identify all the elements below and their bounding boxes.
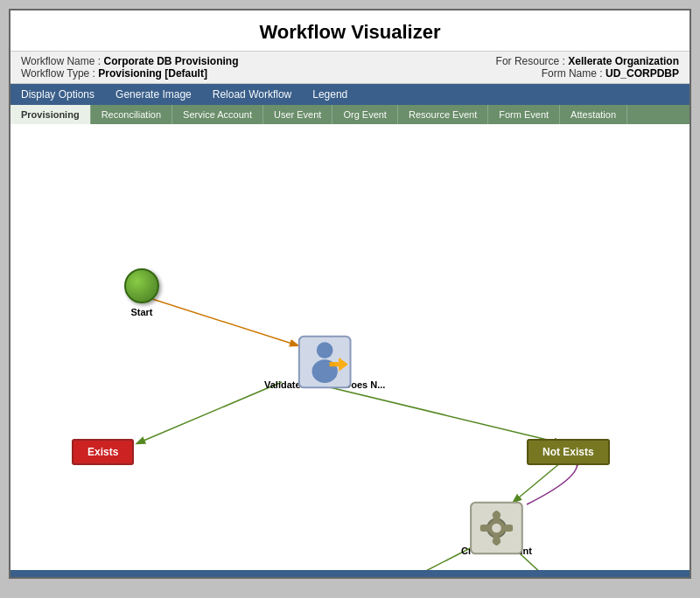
validate-icon — [304, 334, 346, 376]
start-label: Start — [124, 307, 159, 317]
start-node[interactable]: Start — [124, 268, 159, 317]
tab-org-event[interactable]: Org Event — [332, 105, 398, 124]
create-account-icon — [475, 500, 517, 542]
for-resource-info: For Resource : Xellerate Organization — [496, 55, 679, 67]
not-exists-node[interactable]: Not Exists — [527, 439, 610, 465]
reload-workflow-button[interactable]: Reload Workflow — [202, 84, 302, 105]
tab-provisioning[interactable]: Provisioning — [10, 105, 91, 124]
exists-box[interactable]: Exists — [72, 439, 134, 465]
exists-node[interactable]: Exists — [72, 439, 134, 465]
generate-image-button[interactable]: Generate Image — [105, 84, 202, 105]
create-account-node[interactable]: Create Account — [461, 500, 532, 556]
svg-line-4 — [356, 544, 479, 570]
main-container: Workflow Visualizer Workflow Name : Corp… — [9, 9, 691, 579]
legend-button[interactable]: Legend — [302, 84, 358, 105]
svg-rect-15 — [480, 525, 490, 532]
workflow-type-info: Workflow Type : Provisioning [Default] — [21, 67, 207, 80]
toolbar: Display Options Generate Image Reload Wo… — [10, 84, 690, 105]
workflow-name-info: Workflow Name : Corporate DB Provisionin… — [21, 55, 239, 67]
workflow-canvas: Start Validate Account Does N... Exi — [10, 124, 690, 570]
tab-reconciliation[interactable]: Reconciliation — [91, 105, 172, 124]
bottom-bar — [10, 570, 690, 577]
info-bar: Workflow Name : Corporate DB Provisionin… — [10, 51, 690, 84]
page-title: Workflow Visualizer — [10, 10, 690, 51]
tab-service-account[interactable]: Service Account — [172, 105, 263, 124]
svg-line-1 — [137, 382, 282, 443]
svg-point-12 — [492, 524, 501, 533]
tabs-bar: Provisioning Reconciliation Service Acco… — [10, 105, 690, 124]
tab-user-event[interactable]: User Event — [263, 105, 332, 124]
form-name-info: Form Name : UD_CORPDBP — [542, 67, 679, 80]
display-options-button[interactable]: Display Options — [10, 84, 105, 105]
validate-node[interactable]: Validate Account Does N... — [264, 334, 385, 390]
svg-rect-16 — [503, 525, 513, 532]
tab-attestation[interactable]: Attestation — [560, 105, 627, 124]
svg-point-7 — [317, 342, 333, 358]
tab-resource-event[interactable]: Resource Event — [398, 105, 488, 124]
start-circle — [124, 268, 159, 303]
not-exists-box[interactable]: Not Exists — [527, 439, 610, 465]
svg-line-2 — [308, 382, 562, 443]
tab-form-event[interactable]: Form Event — [488, 105, 560, 124]
